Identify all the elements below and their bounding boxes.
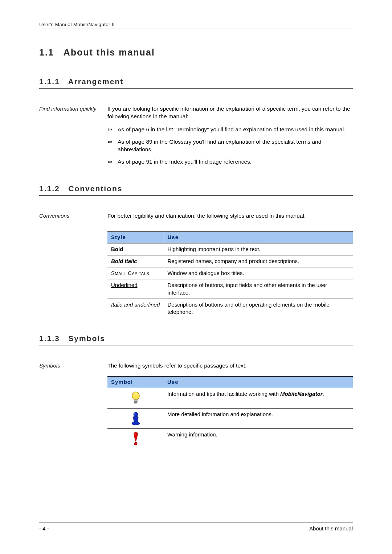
subsection-title: Arrangement — [68, 77, 123, 86]
use-cell: Descriptions of buttons and other operat… — [164, 299, 353, 318]
exclamation-icon — [132, 431, 139, 446]
svg-rect-3 — [134, 402, 137, 403]
table-row: Small Capitals Window and dialogue box t… — [107, 267, 353, 279]
conventions-table: Style Use Bold Highlighting important pa… — [107, 231, 353, 318]
subsection-heading-arrangement: 1.1.1 Arrangement — [39, 77, 353, 87]
subsection-title: Conventions — [68, 184, 122, 193]
use-cell: Information and tips that facilitate wor… — [164, 388, 353, 408]
use-cell: More detailed information and explanatio… — [164, 408, 353, 428]
footer-section-title: About this manual — [309, 525, 353, 532]
list-item-text: As of page 6 in the list "Terminology" y… — [118, 126, 353, 134]
subsection-rule — [39, 195, 353, 196]
running-header: User's Manual MobileNavigator|6 — [39, 22, 353, 27]
use-cell: Registered names, company and product de… — [164, 255, 353, 267]
lightbulb-icon — [131, 391, 141, 405]
style-italic-underlined: Italic and underlined — [111, 301, 160, 308]
subsection-number: 1.1.1 — [39, 77, 60, 86]
subsection-number: 1.1.3 — [39, 334, 60, 342]
svg-point-6 — [134, 413, 135, 415]
subsection-title: Symbols — [68, 334, 105, 342]
table-row: Bold italic Registered names, company an… — [107, 255, 353, 267]
use-cell: Warning information. — [164, 428, 353, 449]
list-item: ⇔ As of page 91 in the Index you'll find… — [107, 158, 353, 166]
table-row: Underlined Descriptions of buttons, inpu… — [107, 279, 353, 299]
table-header-symbol: Symbol — [107, 377, 164, 388]
subsection-rule — [39, 345, 353, 345]
svg-rect-2 — [134, 401, 138, 402]
pawn-icon — [131, 411, 141, 426]
svg-point-8 — [134, 433, 135, 435]
subsection-heading-conventions: 1.1.2 Conventions — [39, 184, 353, 194]
list-item-text: As of page 89 in the Glossary you'll fin… — [118, 138, 353, 153]
use-cell: Window and dialogue box titles. — [164, 267, 353, 279]
margin-label-find-info: Find information quickly — [39, 105, 107, 171]
section-title: About this manual — [64, 47, 155, 57]
margin-label-symbols: Symbols — [39, 362, 107, 370]
use-text-suffix: . — [323, 391, 324, 397]
table-row: Bold Highlighting important parts in the… — [107, 243, 353, 255]
use-cell: Highlighting important parts in the text… — [164, 243, 353, 255]
use-text-prefix: More detailed information and explanatio… — [167, 411, 273, 417]
arrow-icon: ⇔ — [107, 126, 118, 134]
subsection-heading-symbols: 1.1.3 Symbols — [39, 334, 353, 344]
section-heading: 1.1 About this manual — [39, 47, 353, 58]
use-text-prefix: Warning information. — [167, 431, 217, 438]
style-bold-italic: Bold italic — [111, 258, 137, 264]
table-header-use: Use — [164, 232, 353, 243]
arrow-icon: ⇔ — [107, 138, 118, 153]
table-row: Warning information. — [107, 428, 353, 449]
use-cell: Descriptions of buttons, input fields an… — [164, 279, 353, 299]
list-item: ⇔ As of page 6 in the list "Terminology"… — [107, 126, 353, 134]
style-small-caps: Small Capitals — [111, 270, 149, 276]
arrangement-intro: If you are looking for specific informat… — [107, 105, 353, 120]
arrangement-list: ⇔ As of page 6 in the list "Terminology"… — [107, 126, 353, 166]
subsection-rule — [39, 88, 353, 89]
margin-spacer — [39, 231, 107, 318]
table-row: More detailed information and explanatio… — [107, 408, 353, 428]
table-header-style: Style — [107, 232, 164, 243]
table-header-use: Use — [164, 377, 353, 388]
arrow-icon: ⇔ — [107, 158, 118, 166]
symbols-intro: The following symbols refer to specific … — [107, 362, 353, 370]
use-text-prefix: Information and tips that facilitate wor… — [167, 391, 280, 397]
svg-point-7 — [134, 442, 137, 445]
table-row: Italic and underlined Descriptions of bu… — [107, 299, 353, 318]
symbols-table: Symbol Use Information and — [107, 376, 353, 449]
table-row: Information and tips that facilitate wor… — [107, 388, 353, 408]
list-item-text: As of page 91 in the Index you'll find p… — [118, 158, 353, 166]
header-rule — [39, 29, 353, 29]
style-bold: Bold — [111, 246, 123, 252]
footer-rule — [39, 522, 353, 522]
svg-point-5 — [132, 422, 140, 425]
svg-rect-1 — [134, 399, 138, 401]
section-number: 1.1 — [39, 47, 54, 57]
svg-point-0 — [132, 392, 139, 400]
list-item: ⇔ As of page 89 in the Glossary you'll f… — [107, 138, 353, 153]
subsection-number: 1.1.2 — [39, 184, 60, 193]
conventions-intro: For better legibility and clarification,… — [107, 212, 353, 220]
page-number: - 4 - — [39, 525, 49, 532]
margin-label-conventions: Conventions — [39, 212, 107, 225]
use-text-em: MobileNavigator — [280, 391, 323, 397]
style-underlined: Underlined — [111, 282, 138, 288]
margin-spacer — [39, 376, 107, 449]
